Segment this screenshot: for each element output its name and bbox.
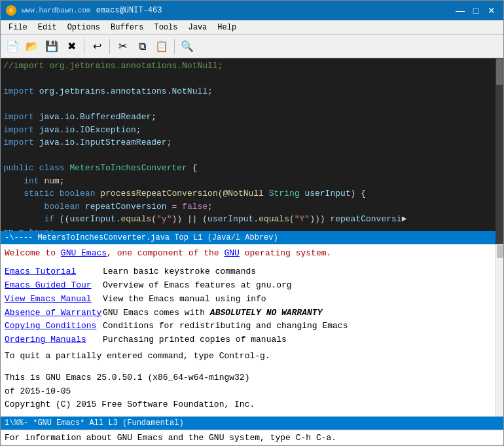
save-button[interactable]: 💾	[43, 37, 61, 56]
code-line: //import org.jetbrains.annotations.NotNu…	[3, 60, 493, 73]
view-emacs-manual-link[interactable]: View Emacs Manual	[5, 293, 103, 307]
undo-button[interactable]: ↩	[88, 37, 106, 56]
code-line: on = true;	[3, 226, 493, 231]
menu-tools[interactable]: Tools	[149, 22, 183, 33]
open-file-button[interactable]: 📂	[23, 37, 41, 56]
window-controls: — □ ✕	[454, 4, 498, 17]
paste-button[interactable]: 📋	[153, 37, 171, 56]
absence-of-warranty-link[interactable]: Absence of Warranty	[5, 307, 103, 320]
version-line1: This is GNU Emacs 25.0.50.1 (x86_64-w64-…	[5, 371, 499, 385]
copying-desc: Conditions for redistributing and changi…	[103, 320, 348, 333]
close-buffer-button[interactable]: ✖	[62, 37, 81, 56]
menu-file[interactable]: File	[3, 22, 33, 33]
menu-options[interactable]: Options	[62, 22, 105, 33]
code-line: public class MetersToInchesConverter {	[3, 162, 493, 175]
code-line	[3, 98, 493, 111]
window-title: emacs@UNIT-463	[96, 6, 162, 15]
panes-container: //import org.jetbrains.annotations.NotNu…	[1, 58, 503, 430]
code-line: import org.jetbrains.annotations.NotNull…	[3, 85, 493, 98]
close-button[interactable]: ✕	[485, 4, 498, 17]
emacs-guided-tour-link[interactable]: Emacs Guided Tour	[5, 279, 103, 293]
ordering-manuals-link[interactable]: Ordering Manuals	[5, 333, 103, 347]
tutorial-desc: Learn basic keystroke commands	[103, 265, 256, 279]
manual-desc: View the Emacs manual using info	[103, 293, 266, 307]
mode-line-info-text: 1\%%- *GNU Emacs* All L3 (Fundamental)	[5, 418, 184, 428]
quit-text: To quit a partially entered command, typ…	[5, 350, 499, 363]
window-url: www.hardbawn.com	[22, 7, 91, 14]
gnu-emacs-link[interactable]: GNU Emacs	[61, 248, 107, 258]
gnu-link[interactable]: GNU	[224, 248, 239, 258]
code-scroll-thumb[interactable]	[496, 59, 503, 85]
info-row-tour: Emacs Guided Tour Overview of Emacs feat…	[5, 279, 499, 293]
window: e www.hardbawn.com emacs@UNIT-463 — □ ✕ …	[0, 0, 504, 446]
tour-desc: Overview of Emacs features at gnu.org	[103, 279, 292, 293]
code-line	[3, 73, 493, 86]
minimize-button[interactable]: —	[454, 4, 467, 17]
maximize-button[interactable]: □	[469, 4, 482, 17]
mode-line-code: -\---- MetersToInchesConverter.java Top …	[1, 231, 495, 244]
toolbar-separator-1	[84, 39, 84, 54]
mode-line-code-text: -\---- MetersToInchesConverter.java Top …	[5, 233, 278, 242]
version-line2: of 2015-10-05	[5, 385, 499, 399]
title-bar-left: e www.hardbawn.com emacs@UNIT-463	[6, 5, 162, 16]
info-row-ordering: Ordering Manuals Purchasing printed copi…	[5, 333, 499, 347]
toolbar-separator-3	[174, 39, 175, 54]
top-pane: //import org.jetbrains.annotations.NotNu…	[1, 58, 503, 244]
menu-bar: File Edit Options Buffers Tools Java Hel…	[1, 20, 503, 35]
warranty-desc: GNU Emacs comes with ABSOLUTELY NO WARRA…	[103, 307, 322, 320]
app-icon: e	[6, 5, 16, 16]
info-scrollbar[interactable]	[495, 244, 503, 417]
code-line: import java.io.InputStreamReader;	[3, 136, 493, 149]
info-row-manual: View Emacs Manual View the Emacs manual …	[5, 293, 499, 307]
info-row-copying: Copying Conditions Conditions for redist…	[5, 320, 499, 333]
code-line: boolean repeatConversion = false;	[3, 200, 493, 214]
emacs-tutorial-link[interactable]: Emacs Tutorial	[5, 265, 103, 279]
welcome-text: Welcome to GNU Emacs, one component of t…	[5, 247, 499, 261]
code-line: import java.io.IOException;	[3, 124, 493, 137]
mode-line-info: 1\%%- *GNU Emacs* All L3 (Fundamental)	[1, 417, 503, 430]
code-line: import java.io.BufferedReader;	[3, 111, 493, 124]
cut-button[interactable]: ✂	[113, 37, 132, 56]
copy-button[interactable]: ⧉	[133, 37, 151, 56]
code-line: int num;	[3, 175, 493, 188]
copying-conditions-link[interactable]: Copying Conditions	[5, 320, 103, 333]
code-line: if ((userInput.equals("y")) || (userInpu…	[3, 213, 493, 226]
menu-help[interactable]: Help	[212, 22, 242, 33]
info-row-warranty: Absence of Warranty GNU Emacs comes with…	[5, 307, 499, 320]
code-line	[3, 149, 493, 162]
menu-java[interactable]: Java	[183, 22, 212, 33]
info-scroll-thumb[interactable]	[497, 245, 503, 258]
bottom-pane: Welcome to GNU Emacs, one component of t…	[1, 244, 503, 430]
copyright-text: Copyright (C) 2015 Free Software Foundat…	[5, 398, 499, 412]
info-pane: Welcome to GNU Emacs, one component of t…	[1, 244, 503, 417]
code-scrollbar[interactable]	[495, 58, 503, 244]
code-line: static boolean processRepeatConversion(@…	[3, 187, 493, 200]
title-bar: e www.hardbawn.com emacs@UNIT-463 — □ ✕	[1, 1, 503, 20]
welcome-items: Emacs Tutorial Learn basic keystroke com…	[5, 265, 499, 347]
new-file-button[interactable]: 📄	[3, 37, 22, 56]
menu-buffers[interactable]: Buffers	[105, 22, 149, 33]
echo-area: For information about GNU Emacs and the …	[1, 430, 503, 445]
echo-text: For information about GNU Emacs and the …	[5, 433, 336, 443]
info-row-tutorial: Emacs Tutorial Learn basic keystroke com…	[5, 265, 499, 279]
code-area[interactable]: //import org.jetbrains.annotations.NotNu…	[1, 58, 495, 231]
version-info: This is GNU Emacs 25.0.50.1 (x86_64-w64-…	[5, 371, 499, 399]
editor-pane[interactable]: //import org.jetbrains.annotations.NotNu…	[1, 58, 495, 244]
ordering-desc: Purchasing printed copies of manuals	[103, 333, 287, 347]
search-button[interactable]: 🔍	[178, 37, 196, 56]
menu-edit[interactable]: Edit	[33, 22, 62, 33]
toolbar: 📄 📂 💾 ✖ ↩ ✂ ⧉ 📋 🔍	[1, 35, 503, 58]
toolbar-separator-2	[109, 39, 110, 54]
